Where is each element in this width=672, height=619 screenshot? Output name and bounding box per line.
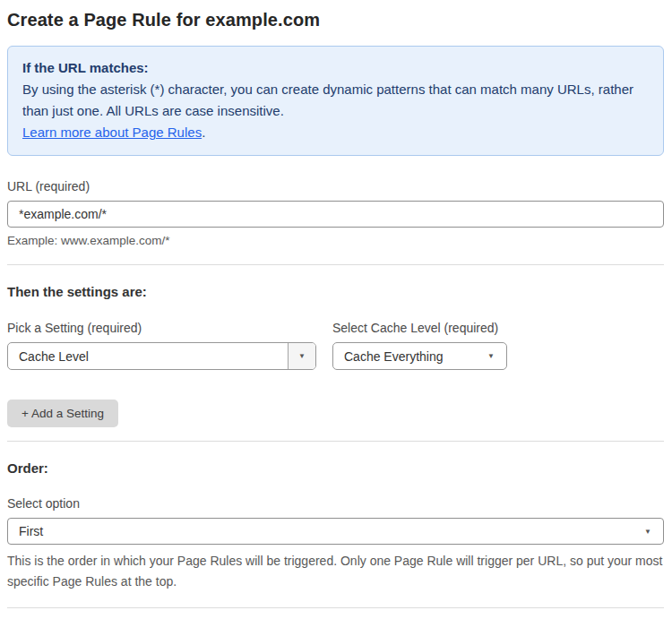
- link-suffix: .: [202, 125, 205, 140]
- order-select-label: Select option: [7, 496, 664, 511]
- info-box-heading: If the URL matches:: [22, 57, 649, 79]
- cache-level-label: Select Cache Level (required): [332, 321, 507, 335]
- divider: [7, 607, 664, 608]
- order-section-heading: Order:: [7, 460, 664, 476]
- settings-pickers-row: Pick a Setting (required) Cache Level ▼ …: [7, 321, 664, 370]
- order-helper-text: This is the order in which your Page Rul…: [7, 551, 664, 592]
- setting-picker-label: Pick a Setting (required): [7, 321, 316, 335]
- order-selected-value: First: [8, 524, 644, 538]
- learn-more-link[interactable]: Learn more about Page Rules: [22, 125, 202, 140]
- order-dropdown[interactable]: First ▼: [7, 518, 664, 545]
- page-title: Create a Page Rule for example.com: [7, 10, 664, 30]
- settings-section-heading: Then the settings are:: [7, 284, 664, 299]
- divider: [7, 264, 664, 265]
- info-box-body: By using the asterisk (*) character, you…: [22, 79, 649, 122]
- setting-picker-dropdown[interactable]: Cache Level ▼: [7, 342, 316, 370]
- cache-level-dropdown[interactable]: Cache Everything ▼: [332, 342, 507, 370]
- url-input[interactable]: [7, 201, 664, 228]
- setting-picker-value: Cache Level: [8, 349, 288, 364]
- add-setting-button[interactable]: + Add a Setting: [7, 400, 118, 427]
- url-field-label: URL (required): [7, 179, 664, 193]
- setting-picker-column: Pick a Setting (required) Cache Level ▼: [7, 321, 316, 370]
- url-matches-info-box: If the URL matches: By using the asteris…: [7, 46, 664, 156]
- info-box-link-line: Learn more about Page Rules.: [22, 122, 649, 143]
- url-example-helper: Example: www.example.com/*: [7, 234, 664, 247]
- cache-level-column: Select Cache Level (required) Cache Ever…: [332, 321, 507, 370]
- cache-level-value: Cache Everything: [333, 349, 487, 364]
- chevron-down-icon: ▼: [644, 528, 663, 536]
- chevron-down-icon: ▼: [487, 352, 506, 360]
- chevron-down-icon: ▼: [288, 343, 315, 369]
- divider: [7, 441, 664, 442]
